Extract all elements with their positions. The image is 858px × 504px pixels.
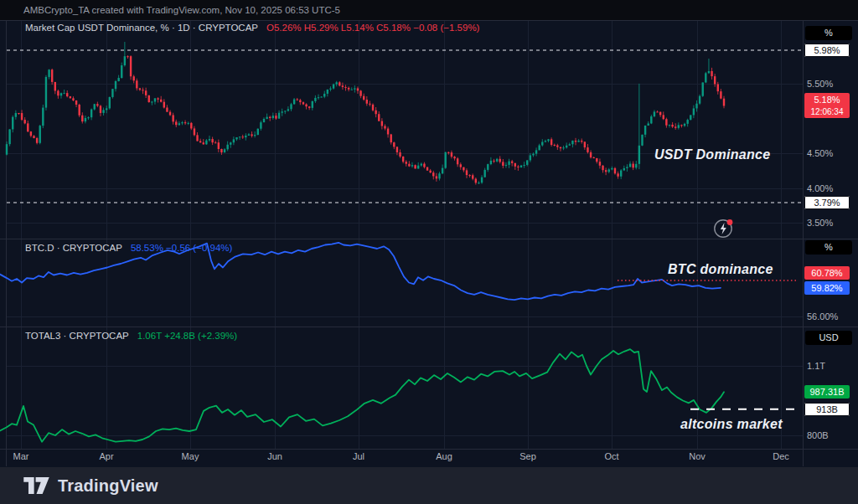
axis-unit-button-total3[interactable]: USD <box>805 331 852 345</box>
tradingview-logo-icon[interactable] <box>23 477 49 494</box>
total3-line-series <box>0 349 724 442</box>
legend-usdt-ohlc-values: O5.26% H5.29% L5.14% C5.18% −0.08 (−1.59… <box>266 23 479 33</box>
axis-unit-button-btc[interactable]: % <box>805 240 852 255</box>
footer-bar: TradingView <box>0 467 858 504</box>
tradingview-chart-window: AMBCrypto_TA created with TradingView.co… <box>0 0 858 504</box>
annotation-btc-dominance[interactable]: BTC dominance <box>668 262 773 277</box>
market-events-button[interactable] <box>715 219 733 237</box>
axis-unit-button-usdt[interactable]: % <box>805 26 852 40</box>
legend-btc-dominance[interactable]: BTC.D · CRYPTOCAP 58.53% −0.56 (−0.94%) <box>25 243 232 253</box>
legend-usdt-title: Market Cap USDT Dominance, % · 1D · CRYP… <box>25 23 258 33</box>
annotation-altcoins-market[interactable]: altcoins market <box>680 417 783 432</box>
legend-total3-values: 1.06T +24.8B (+2.39%) <box>137 331 237 341</box>
legend-btc-values: 58.53% −0.56 (−0.94%) <box>131 243 232 253</box>
candlestick-series <box>6 42 725 185</box>
footer-brand[interactable]: TradingView <box>58 476 158 496</box>
legend-total3-title: TOTAL3 · CRYPTOCAP <box>25 331 129 341</box>
annotation-usdt-dominance[interactable]: USDT Dominance <box>654 147 770 162</box>
legend-btc-title: BTC.D · CRYPTOCAP <box>25 243 122 253</box>
legend-usdt-dominance[interactable]: Market Cap USDT Dominance, % · 1D · CRYP… <box>25 23 479 33</box>
legend-total3[interactable]: TOTAL3 · CRYPTOCAP 1.06T +24.8B (+2.39%) <box>25 331 237 341</box>
